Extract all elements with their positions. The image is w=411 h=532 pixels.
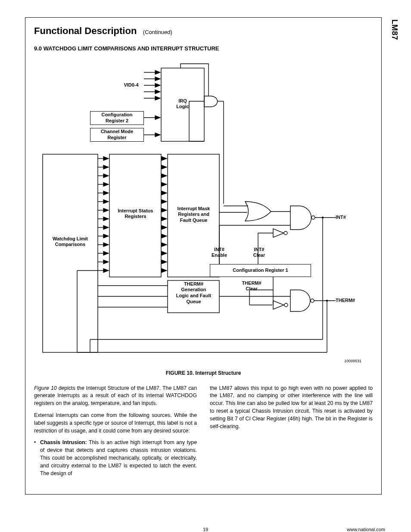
- footer-url: www.national.com: [347, 527, 385, 532]
- config-reg2-box: Configuration Register 2: [90, 111, 144, 125]
- subsection-heading: 9.0 WATCHDOG LIMIT COMPARISONS AND INTER…: [34, 44, 373, 53]
- irq-logic-label: IRQ Logic: [168, 98, 198, 110]
- section-title: Functional Description: [34, 25, 137, 37]
- column-left: Figure 10 depicts the Interrupt Structur…: [34, 385, 197, 478]
- bullet-chassis-intrusion: • Chassis Intrusion: This is an active h…: [34, 439, 197, 477]
- therm-clear-label: THERM# Clear: [239, 280, 265, 292]
- page-frame: Functional Description (Continued) 9.0 W…: [25, 17, 382, 495]
- config-reg1-box: Configuration Register 1: [210, 264, 311, 277]
- svg-point-67: [284, 303, 288, 307]
- svg-point-78: [326, 299, 328, 301]
- svg-rect-13: [43, 154, 98, 352]
- int-output-label: INT#: [336, 215, 357, 221]
- int-clear-label: INT# Clear: [247, 247, 271, 259]
- bullet-dot-icon: •: [34, 439, 40, 477]
- int-enable-label: INT# Enable: [206, 247, 232, 259]
- channel-mode-box: Channel Mode Register: [90, 128, 144, 142]
- paragraph-1: Figure 10 depicts the Interrupt Structur…: [34, 385, 197, 408]
- paragraph-3: the LM87 allows this input to go high ev…: [210, 385, 373, 431]
- bullet-lead: Chassis Intrusion:: [40, 439, 87, 445]
- int-mask-label: Interrupt Mask Registers and Fault Queue: [169, 206, 218, 224]
- svg-point-77: [322, 216, 324, 218]
- body-columns: Figure 10 depicts the Interrupt Structur…: [34, 385, 373, 478]
- svg-point-64: [311, 299, 314, 302]
- column-right: the LM87 allows this input to go high ev…: [210, 385, 373, 478]
- interrupt-structure-diagram: VID0-4 IRQ Logic Configuration Register …: [34, 57, 374, 367]
- figure-ref: Figure 10: [34, 385, 57, 391]
- bullet-text: Chassis Intrusion: This is an active hig…: [40, 439, 197, 477]
- section-continued: (Continued): [143, 29, 172, 35]
- section-header: Functional Description (Continued): [34, 25, 373, 37]
- paragraph-1-text: depicts the Interrupt Structure of the L…: [34, 385, 197, 407]
- figure-caption: FIGURE 10. Interrupt Structure: [34, 370, 373, 376]
- svg-point-48: [311, 216, 315, 219]
- diagram-image-id: 10099531: [331, 359, 361, 363]
- vid-label: VID0-4: [119, 82, 143, 88]
- int-status-label: Interrupt Status Registers: [111, 208, 160, 220]
- watchdog-label: Watchdog Limit Comparisons: [44, 236, 96, 248]
- paragraph-2: External Interrupts can come from the fo…: [34, 412, 197, 435]
- therm-output-label: THERM#: [336, 298, 366, 304]
- therm-gen-label: THERM# Generation Logic and Fault Queue: [169, 281, 218, 305]
- part-number-side: LM87: [390, 19, 399, 40]
